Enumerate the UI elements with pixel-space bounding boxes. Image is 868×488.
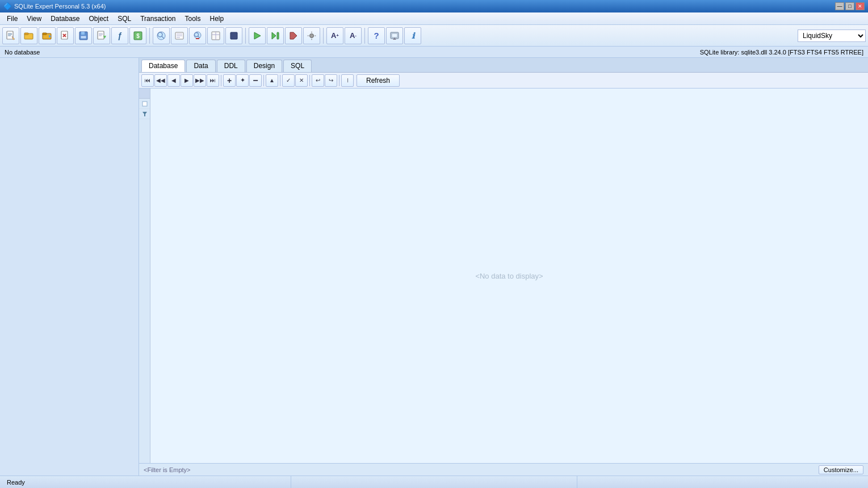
menu-object[interactable]: Object [85,14,114,24]
titlebar: 🔷 SQLite Expert Personal 5.3 (x64) — □ ✕ [0,0,868,12]
svg-point-44 [310,33,314,37]
first-record-button[interactable]: ⏮ [141,74,154,87]
right-panel: Database Data DDL Design SQL ⏮ ◀◀ ◀ ▶ ▶▶… [139,58,868,476]
main-layout: Database Data DDL Design SQL ⏮ ◀◀ ◀ ▶ ▶▶… [0,58,868,476]
new-database-button[interactable] [2,27,19,44]
menu-transaction[interactable]: Transaction [136,14,180,24]
data-toolbar: ⏮ ◀◀ ◀ ▶ ▶▶ ⏭ + ✦ − ▲ ✓ ✕ ↩ ↪ ⁞ Refresh [139,73,868,89]
open-database-button[interactable] [20,27,37,44]
no-data-label: <No data to display> [475,272,543,280]
maximize-button[interactable]: □ [845,2,854,10]
svg-rect-16 [81,32,85,35]
menu-view[interactable]: View [22,14,46,24]
statusbar-bottom: Ready [0,476,868,488]
save-database-button[interactable] [75,27,92,44]
tab-sql[interactable]: SQL [283,60,312,72]
menu-sql[interactable]: SQL [113,14,136,24]
menu-file[interactable]: File [2,14,22,24]
help-button[interactable]: ? [368,27,385,44]
app-icon: 🔷 [3,2,12,10]
add-record-button[interactable]: + [223,74,236,87]
step-button[interactable] [267,27,284,44]
app-title: SQLite Expert Personal 5.3 (x64) [14,3,106,10]
status-ready: Ready [5,476,291,488]
dt-sep-2 [263,75,264,86]
svg-marker-43 [290,32,297,39]
move-up-button[interactable]: ▲ [266,74,278,87]
svg-marker-41 [272,32,276,39]
tab-data[interactable]: Data [186,60,215,72]
info-button[interactable]: ℹ [404,27,421,44]
cancel-edit-button[interactable]: ✕ [295,74,308,87]
svg-marker-40 [254,32,261,39]
nav-button-5[interactable] [225,27,242,44]
no-database-label: No database [5,49,40,56]
close-database-button[interactable] [57,27,74,44]
nav-button-1[interactable] [153,27,170,44]
menu-database[interactable]: Database [46,14,84,24]
customize-button[interactable]: Customize... [819,465,863,474]
status-right [577,476,863,488]
stop-button[interactable] [285,27,302,44]
manage-button[interactable] [386,27,403,44]
tab-design[interactable]: Design [246,60,282,72]
tab-bar: Database Data DDL Design SQL [139,58,868,73]
svg-rect-46 [392,33,397,37]
statusbar-top: No database SQLite library: sqlite3.dll … [0,47,868,58]
toolbar-sep-1 [149,28,150,44]
tab-database[interactable]: Database [141,60,185,72]
dt-sep-4 [309,75,310,86]
nav-button-3[interactable] [189,27,206,44]
titlebar-controls: — □ ✕ [835,2,865,10]
toolbar: ƒ $ A+ A- ? ℹ LiquidSky [0,25,868,47]
menu-help[interactable]: Help [205,14,228,24]
font-larger-button[interactable]: A+ [326,27,343,44]
settings-button[interactable] [303,27,320,44]
prev-page-button[interactable]: ◀◀ [154,74,167,87]
function-button[interactable]: ƒ [111,27,128,44]
export-button[interactable] [93,27,110,44]
status-text: Ready [7,479,25,486]
toolbar-sep-2 [245,28,246,44]
run-button[interactable] [249,27,266,44]
add-copy-button[interactable]: ✦ [236,74,249,87]
close-button[interactable]: ✕ [856,2,865,10]
svg-rect-7 [24,33,28,35]
menu-tools[interactable]: Tools [180,14,205,24]
font-smaller-button[interactable]: A- [345,27,362,44]
attach-database-button[interactable] [39,27,56,44]
toolbar-sep-3 [323,28,324,44]
menubar: File View Database Object SQL Transactio… [0,12,868,25]
nav-button-4[interactable] [207,27,224,44]
dt-sep-5 [339,75,339,86]
nav-button-2[interactable] [171,27,188,44]
filter-bar: <Filter is Empty> Customize... [139,463,868,476]
refresh-button[interactable]: Refresh [357,74,400,87]
theme-combo[interactable]: LiquidSky [798,30,866,42]
last-record-button[interactable]: ⏭ [207,74,219,87]
svg-rect-18 [98,31,104,39]
more-button[interactable]: ⁞ [341,74,354,87]
dt-sep-1 [221,75,221,86]
svg-rect-17 [81,36,86,39]
status-middle [291,476,578,488]
undo-button[interactable]: ↩ [312,74,324,87]
next-page-button[interactable]: ▶▶ [194,74,206,87]
svg-rect-0 [7,31,13,39]
next-record-button[interactable]: ▶ [181,74,193,87]
svg-rect-39 [230,32,237,39]
dt-sep-3 [280,75,280,86]
toolbar-sep-4 [364,28,365,44]
data-area: <No data to display> [139,89,868,463]
data-area-content: <No data to display> [139,89,868,463]
svg-rect-10 [43,33,47,35]
minimize-button[interactable]: — [835,2,844,10]
confirm-button[interactable]: ✓ [282,74,295,87]
delete-record-button[interactable]: − [249,74,262,87]
left-panel [0,58,139,476]
titlebar-left: 🔷 SQLite Expert Personal 5.3 (x64) [3,2,106,10]
tab-ddl[interactable]: DDL [217,60,245,72]
prev-record-button[interactable]: ◀ [167,74,180,87]
calc-button[interactable]: $ [129,27,146,44]
redo-button[interactable]: ↪ [325,74,337,87]
